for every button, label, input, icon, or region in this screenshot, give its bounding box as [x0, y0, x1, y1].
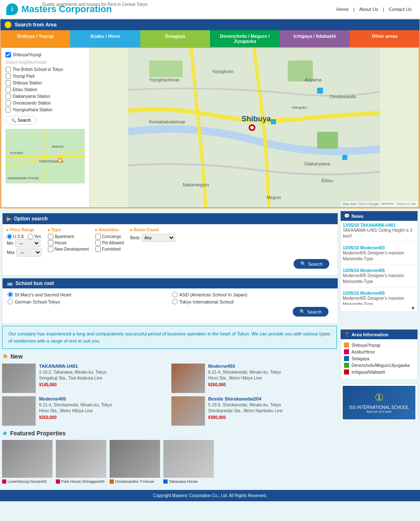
school-ad-logo: ① — [349, 392, 409, 403]
svg-text:Shibuya: Shibuya — [242, 115, 271, 123]
svg-point-8 — [59, 159, 61, 162]
property-name[interactable]: Moderne403 — [208, 364, 281, 369]
search-icon: 🔍 — [11, 118, 16, 123]
sidebar-search-button[interactable]: 🔍 Search — [5, 116, 37, 125]
nav-links: Home | About Us | Contact Us — [334, 7, 414, 12]
tab-ichigaya[interactable]: Ichigaya / Iidabashi — [280, 30, 349, 47]
property-image[interactable] — [2, 396, 36, 426]
checkbox-neighborhood[interactable] — [5, 100, 11, 106]
svg-text:Yoyogihachiman: Yoyogihachiman — [149, 78, 180, 82]
property-name[interactable]: Beside Shirokanedai204 — [208, 396, 283, 401]
featured-image[interactable] — [110, 440, 160, 478]
area-label[interactable]: Shibuya/Yoyogi — [352, 343, 381, 348]
property-name[interactable]: TAKANAWA-U401 — [39, 364, 106, 369]
checkbox-neighborhood[interactable] — [5, 73, 11, 79]
tab-shibuya[interactable]: Shibuya / Yoyogi — [0, 30, 70, 47]
nav-contact[interactable]: Contact Us — [389, 7, 412, 12]
check-new-dev[interactable] — [48, 246, 53, 252]
svg-text:Komabatodaimae: Komabatodaimae — [149, 119, 185, 124]
area-label[interactable]: Azabu/Hiroo — [352, 350, 375, 354]
checkbox-shibuya-yoyogi[interactable] — [5, 52, 11, 58]
check-furnished[interactable] — [95, 246, 101, 252]
nav-about[interactable]: About Us — [359, 7, 378, 12]
property-name[interactable]: Moderne405 — [39, 396, 112, 401]
search-area-section: Search from Area Shibuya / Yoyogi Azabu … — [0, 19, 420, 209]
checkbox-neighborhood[interactable] — [5, 107, 11, 113]
news-scroll[interactable]: ▼ — [341, 305, 417, 312]
max-select[interactable]: --- — [16, 249, 42, 257]
tab-other[interactable]: Other areas — [350, 30, 420, 47]
radio-stmarys[interactable] — [8, 292, 13, 297]
school-bus-header: 🚌 School bus root — [3, 278, 338, 288]
svg-text:Yoyogikoen: Yoyogikoen — [212, 69, 234, 74]
featured-card: Omotesandou T-House — [110, 440, 160, 484]
search-area-title: Search from Area — [15, 22, 57, 28]
featured-label: Omotesandou T-House — [110, 479, 160, 484]
area-list: Shibuya/Yoyogi Azabu/Hiroo Setagaya Dene… — [341, 339, 417, 380]
check-house[interactable] — [48, 240, 53, 246]
room-count-select[interactable]: Any — [142, 234, 175, 242]
area-item: Azabu/Hiroo — [344, 349, 414, 354]
area-tabs: Shibuya / Yoyogi Azabu / Hiroo Setagaya … — [0, 30, 420, 47]
tab-azabu[interactable]: Azabu / Hiroo — [70, 30, 140, 47]
area-label[interactable]: Setagaya — [352, 356, 369, 361]
property-image[interactable] — [2, 364, 36, 393]
room-count-label: Room Count — [130, 228, 175, 232]
property-card: TAKANAWA-U401 2-16-2, Takanawa, Minato-k… — [2, 364, 168, 393]
search-area-header: Search from Area — [0, 19, 420, 30]
area-color-box — [344, 356, 349, 361]
featured-image[interactable] — [2, 440, 52, 478]
featured-label-text: Omotesandou T-House — [115, 479, 154, 484]
area-label[interactable]: Ichigaya/Iidabashi — [352, 370, 385, 374]
school-bus-title: School bus root — [16, 280, 54, 286]
property-address: 2-16-2, Takanawa, Minato-ku, TokyoSengak… — [39, 369, 106, 381]
checkbox-neighborhood[interactable] — [5, 67, 11, 72]
news-item: 13/05/10 Moderne405Moderne405 Designer's… — [343, 268, 415, 288]
property-card: Moderne405 6-21-4, Shirokanedai, Minato-… — [2, 396, 168, 426]
property-address: 6-21-4, Shirokanedai, Minato-ku, TokyoHi… — [208, 369, 281, 381]
news-item: 13/05/10 TAKANAWA-U401TAKANAWA-U401 Ceil… — [343, 223, 415, 242]
min-select[interactable]: --- — [15, 239, 40, 247]
news-title-text: Moderne405 Designer's mansion Marionette… — [343, 296, 415, 305]
area-item: Shibuya/Yoyogi — [344, 343, 414, 348]
type-group: Type Apartment House New Development — [48, 228, 89, 257]
option-search-button[interactable]: 🔍 Search — [294, 259, 329, 269]
news-date[interactable]: 13/05/10 Moderne405 — [343, 291, 415, 296]
checkbox-neighborhood[interactable] — [5, 87, 11, 92]
property-address: 5-19-9, Shirokanedai, Minato-ku, TokyoSh… — [208, 402, 283, 414]
featured-image[interactable] — [163, 440, 214, 478]
right-column: 📍 Area Information Shibuya/Yoyogi Azabu/… — [340, 326, 418, 484]
nav-home[interactable]: Home — [336, 7, 349, 12]
tab-denenchofu[interactable]: Denenchofu / Meguro / Jiyugaoka — [210, 30, 280, 47]
tab-setagaya[interactable]: Setagaya — [140, 30, 210, 47]
featured-image[interactable] — [56, 440, 106, 478]
svg-text:Ebisu: Ebisu — [321, 178, 333, 183]
area-label[interactable]: Denenchofu/Meguro/Jiyugaoka — [352, 363, 410, 368]
school-search-button[interactable]: 🔍 Search — [293, 307, 328, 317]
area-item: Setagaya — [344, 356, 414, 361]
svg-text:Meguro: Meguro — [267, 195, 281, 200]
news-date[interactable]: 13/05/10 Moderne405 — [343, 268, 415, 273]
radio-usd[interactable] — [7, 234, 12, 239]
checkbox-neighborhood[interactable] — [5, 94, 11, 99]
school-bus-section: 🚌 School bus root St.Mary's and Sacred H… — [2, 278, 338, 324]
radio-tokyo-intl[interactable] — [172, 299, 178, 304]
checkbox-main: Shibuya/Yoyogi — [5, 52, 85, 58]
property-image[interactable] — [171, 364, 205, 393]
news-date[interactable]: 13/05/10 TAKANAWA-U401 — [343, 223, 415, 228]
news-title: News — [352, 214, 364, 219]
tagline: Quality apartments and houses for Rent i… — [42, 2, 147, 7]
option-icon: ▶ — [7, 215, 11, 222]
news-date[interactable]: 13/05/10 Moderne403 — [343, 246, 415, 250]
property-image[interactable] — [171, 396, 205, 426]
radio-asd[interactable] — [172, 292, 178, 297]
check-pet[interactable] — [95, 240, 101, 246]
radio-german[interactable] — [8, 299, 13, 304]
check-concierge[interactable] — [95, 234, 101, 239]
map-credit: Map data ©2013 Google, ZENRIN - Terms of… — [341, 202, 417, 206]
checkbox-neighborhood[interactable] — [5, 80, 11, 86]
radio-yen[interactable] — [28, 234, 33, 239]
featured-color-dot — [2, 479, 6, 484]
property-card: Beside Shirokanedai204 5-19-9, Shirokane… — [171, 396, 337, 426]
check-apartment[interactable] — [48, 234, 53, 239]
